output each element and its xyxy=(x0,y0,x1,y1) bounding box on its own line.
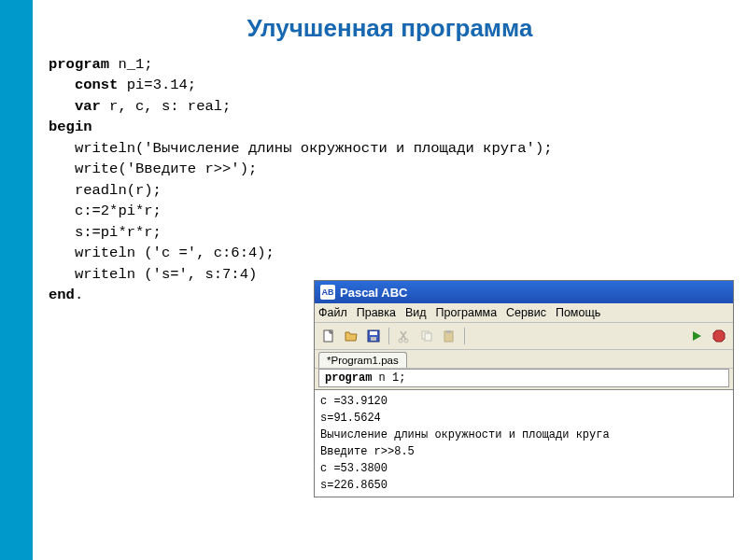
menu-file[interactable]: Файл xyxy=(318,306,347,319)
menu-edit[interactable]: Правка xyxy=(357,306,396,319)
kw-begin: begin xyxy=(49,119,92,135)
left-accent-bar xyxy=(0,0,33,560)
pascal-abc-window: AB Pascal ABC Файл Правка Вид Программа … xyxy=(314,280,734,497)
toolbar-separator xyxy=(388,328,389,344)
output-line: s=226.8650 xyxy=(320,477,727,494)
toolbar-separator xyxy=(464,328,465,344)
window-titlebar[interactable]: AB Pascal ABC xyxy=(315,281,733,303)
editor-tab[interactable]: *Program1.pas xyxy=(318,352,407,368)
menu-program[interactable]: Программа xyxy=(436,306,498,319)
open-file-icon[interactable] xyxy=(341,326,361,346)
kw-const: const xyxy=(49,77,118,93)
svg-rect-3 xyxy=(371,337,376,341)
output-line: Вычисление длины окружности и площади кр… xyxy=(320,427,727,443)
app-icon: AB xyxy=(320,285,335,300)
kw-program: program xyxy=(49,56,109,73)
save-file-icon[interactable] xyxy=(363,326,384,346)
kw-end: end xyxy=(49,287,75,303)
slide-title: Улучшенная программа xyxy=(33,14,747,43)
window-title: Pascal ABC xyxy=(340,286,408,300)
output-line: c =33.9120 xyxy=(320,393,727,410)
run-icon[interactable] xyxy=(686,326,707,346)
output-line: s=91.5624 xyxy=(320,410,727,427)
toolbar xyxy=(315,323,733,350)
new-file-icon[interactable] xyxy=(318,326,339,346)
output-line: c =53.3800 xyxy=(320,460,727,477)
menu-help[interactable]: Помощь xyxy=(556,306,600,319)
editor-tabs: *Program1.pas xyxy=(315,350,733,369)
editor-kw: program xyxy=(325,371,372,385)
svg-rect-7 xyxy=(425,333,431,341)
cut-icon[interactable] xyxy=(394,326,415,346)
paste-icon[interactable] xyxy=(439,326,459,346)
copy-icon[interactable] xyxy=(416,326,437,346)
stop-icon[interactable] xyxy=(709,326,729,346)
svg-rect-2 xyxy=(370,331,377,335)
pascal-code-listing: program n_1; const pi=3.14; var r, c, s:… xyxy=(49,54,553,306)
kw-var: var xyxy=(49,98,101,115)
menu-view[interactable]: Вид xyxy=(405,306,427,319)
editor-area[interactable]: program n 1; xyxy=(318,369,729,387)
menu-bar: Файл Правка Вид Программа Сервис Помощь xyxy=(315,303,733,323)
output-line: Введите r>>8.5 xyxy=(320,443,727,460)
menu-service[interactable]: Сервис xyxy=(506,306,546,319)
output-panel: c =33.9120 s=91.5624 Вычисление длины ок… xyxy=(315,389,733,497)
svg-rect-9 xyxy=(446,330,451,333)
